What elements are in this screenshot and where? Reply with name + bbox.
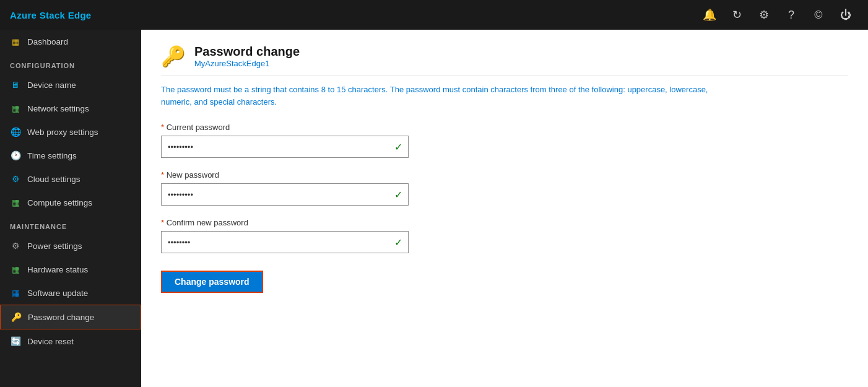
page-subtitle: MyAzureStackEdge1 xyxy=(194,59,300,68)
device-name-icon: 🖥 xyxy=(10,79,21,90)
sidebar-item-compute-settings-label: Compute settings xyxy=(27,198,92,207)
software-update-icon: ▦ xyxy=(10,287,21,298)
info-text: The password must be a string that conta… xyxy=(161,84,718,108)
new-password-input[interactable] xyxy=(161,183,409,206)
sidebar-item-password-change[interactable]: 🔑 Password change xyxy=(0,305,141,329)
change-password-button[interactable]: Change password xyxy=(161,271,263,293)
page-header: 🔑 Password change MyAzureStackEdge1 xyxy=(161,45,848,76)
sidebar-item-cloud-settings[interactable]: ⚙ Cloud settings xyxy=(0,167,141,191)
gear-icon[interactable]: ⚙ xyxy=(752,2,776,27)
sidebar-item-cloud-settings-label: Cloud settings xyxy=(27,175,80,184)
power-settings-icon: ⚙ xyxy=(10,240,21,251)
current-password-label: * Current password xyxy=(161,123,848,132)
device-reset-icon: 🔄 xyxy=(10,336,21,347)
page-header-icon: 🔑 xyxy=(161,45,186,68)
section-label-configuration: CONFIGURATION xyxy=(0,53,141,73)
form-group-confirm-password: * Confirm new password ✓ xyxy=(161,218,848,253)
sidebar-item-compute-settings[interactable]: ▦ Compute settings xyxy=(0,191,141,214)
current-password-label-text: Current password xyxy=(167,123,230,132)
new-password-label-text: New password xyxy=(167,170,219,180)
refresh-icon[interactable]: ↻ xyxy=(724,2,749,27)
time-settings-icon: 🕐 xyxy=(10,150,21,161)
main-layout: ▦ Dashboard CONFIGURATION 🖥 Device name … xyxy=(0,30,868,387)
page-header-text: Password change MyAzureStackEdge1 xyxy=(194,45,300,68)
web-proxy-icon: 🌐 xyxy=(10,126,21,137)
page-title: Password change xyxy=(194,45,300,59)
sidebar-item-hardware-status-label: Hardware status xyxy=(27,265,88,274)
sidebar-item-software-update-label: Software update xyxy=(27,289,88,298)
content-area: 🔑 Password change MyAzureStackEdge1 The … xyxy=(141,30,868,387)
sidebar-item-network-settings-label: Network settings xyxy=(27,104,89,113)
confirm-password-label: * Confirm new password xyxy=(161,218,848,227)
compute-settings-icon: ▦ xyxy=(10,197,21,208)
sidebar-item-device-reset-label: Device reset xyxy=(27,337,74,346)
network-settings-icon: ▦ xyxy=(10,103,21,114)
power-icon[interactable]: ⏻ xyxy=(833,2,858,27)
sidebar-item-device-name-label: Device name xyxy=(27,80,76,90)
current-password-checkmark: ✓ xyxy=(394,141,402,153)
sidebar-item-password-change-label: Password change xyxy=(28,313,94,322)
confirm-password-input[interactable] xyxy=(161,231,409,253)
topbar-icons: 🔔 ↻ ⚙ ? © ⏻ xyxy=(697,2,858,27)
new-password-label: * New password xyxy=(161,170,848,180)
sidebar-item-device-reset[interactable]: 🔄 Device reset xyxy=(0,329,141,353)
current-password-input[interactable] xyxy=(161,136,409,158)
sidebar-item-software-update[interactable]: ▦ Software update xyxy=(0,281,141,305)
new-password-wrapper: ✓ xyxy=(161,183,409,206)
topbar: Azure Stack Edge 🔔 ↻ ⚙ ? © ⏻ xyxy=(0,0,868,30)
copyright-icon[interactable]: © xyxy=(806,2,831,27)
hardware-status-icon: ▦ xyxy=(10,264,21,275)
cloud-settings-icon: ⚙ xyxy=(10,173,21,185)
sidebar-item-network-settings[interactable]: ▦ Network settings xyxy=(0,97,141,120)
confirm-password-asterisk: * xyxy=(161,218,167,227)
form-group-new-password: * New password ✓ xyxy=(161,170,848,206)
sidebar-item-web-proxy-label: Web proxy settings xyxy=(27,128,98,137)
current-password-wrapper: ✓ xyxy=(161,136,409,158)
sidebar: ▦ Dashboard CONFIGURATION 🖥 Device name … xyxy=(0,30,141,387)
sidebar-item-time-settings[interactable]: 🕐 Time settings xyxy=(0,144,141,167)
sidebar-item-dashboard-label: Dashboard xyxy=(27,37,68,46)
help-icon[interactable]: ? xyxy=(779,2,804,27)
section-label-maintenance: MAINTENANCE xyxy=(0,214,141,234)
dashboard-icon: ▦ xyxy=(10,36,21,47)
sidebar-item-time-settings-label: Time settings xyxy=(27,151,77,160)
new-password-checkmark: ✓ xyxy=(394,189,402,201)
notification-icon[interactable]: 🔔 xyxy=(697,2,722,27)
sidebar-item-web-proxy-settings[interactable]: 🌐 Web proxy settings xyxy=(0,120,141,144)
sidebar-item-power-settings[interactable]: ⚙ Power settings xyxy=(0,234,141,258)
sidebar-item-dashboard[interactable]: ▦ Dashboard xyxy=(0,30,141,53)
confirm-password-checkmark: ✓ xyxy=(394,237,402,248)
form-group-current-password: * Current password ✓ xyxy=(161,123,848,158)
sidebar-item-device-name[interactable]: 🖥 Device name xyxy=(0,73,141,97)
confirm-password-wrapper: ✓ xyxy=(161,231,409,253)
password-change-icon: 🔑 xyxy=(11,311,22,323)
app-title: Azure Stack Edge xyxy=(10,10,92,20)
sidebar-item-power-settings-label: Power settings xyxy=(27,241,82,251)
confirm-password-label-text: Confirm new password xyxy=(167,218,248,227)
sidebar-item-hardware-status[interactable]: ▦ Hardware status xyxy=(0,258,141,281)
new-password-asterisk: * xyxy=(161,170,167,180)
current-password-asterisk: * xyxy=(161,123,167,132)
